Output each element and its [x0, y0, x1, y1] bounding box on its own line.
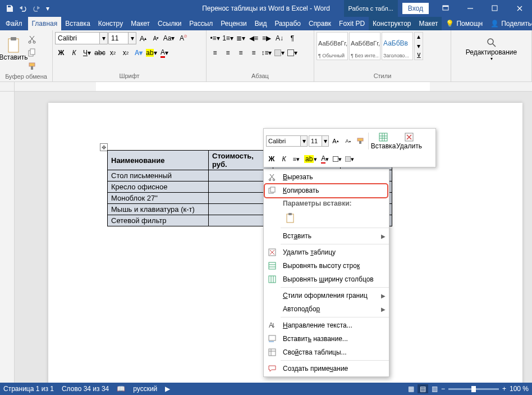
- styles-more-icon[interactable]: ⊻: [415, 51, 423, 60]
- paste-button[interactable]: Вставить: [2, 32, 25, 66]
- tab-insert[interactable]: Вставка: [61, 17, 94, 30]
- change-case-button[interactable]: Aa▾: [163, 32, 175, 44]
- status-page[interactable]: Страница 1 из 1: [3, 385, 54, 393]
- tab-review[interactable]: Рецензи: [217, 17, 250, 30]
- zoom-value[interactable]: 100 %: [510, 385, 529, 393]
- justify-button[interactable]: ≡: [247, 47, 260, 59]
- cut-button[interactable]: [26, 33, 38, 46]
- increase-indent-button[interactable]: ≡▶: [260, 32, 273, 44]
- mini-size-combo[interactable]: 11▾: [309, 135, 329, 147]
- menu-table-properties[interactable]: Свойства таблицы...: [264, 346, 389, 359]
- redo-icon[interactable]: [30, 2, 43, 15]
- view-print-icon[interactable]: ▤: [418, 384, 428, 393]
- underline-button[interactable]: Ч▾: [81, 47, 93, 59]
- mini-delete-button[interactable]: Удалить: [397, 131, 421, 151]
- save-icon[interactable]: [3, 2, 16, 15]
- qat-customize-icon[interactable]: ▾: [44, 2, 52, 15]
- multilevel-button[interactable]: ≣▾: [235, 32, 247, 44]
- paste-option-keep-source[interactable]: [283, 211, 297, 225]
- tab-references[interactable]: Ссылки: [154, 17, 185, 30]
- tab-developer[interactable]: Разрабо: [270, 17, 305, 30]
- styles-up-icon[interactable]: ▴: [415, 33, 423, 41]
- mini-font-combo[interactable]: Calibri▾: [266, 135, 308, 147]
- menu-text-direction[interactable]: AНаправление текста...: [264, 319, 389, 332]
- minimize-button[interactable]: [458, 0, 483, 17]
- font-name-combo[interactable]: Calibri▾: [55, 32, 108, 44]
- shrink-font-button[interactable]: A▾: [150, 32, 162, 44]
- mini-font-color[interactable]: A▾: [319, 153, 331, 165]
- menu-insert-caption[interactable]: Вставить название...: [264, 332, 389, 346]
- zoom-out-button[interactable]: −: [441, 385, 445, 393]
- subscript-button[interactable]: x2: [107, 47, 119, 59]
- align-left-button[interactable]: ≡: [209, 47, 221, 59]
- style-heading1[interactable]: АаБбВвЗаголово...: [382, 32, 413, 60]
- mini-format-painter[interactable]: [355, 135, 366, 147]
- tell-me[interactable]: 💡Помощн: [442, 17, 487, 30]
- zoom-in-button[interactable]: +: [502, 385, 506, 393]
- mini-italic[interactable]: К: [278, 153, 290, 165]
- menu-even-rows[interactable]: Выровнять высоту строк: [264, 259, 389, 273]
- mini-highlight[interactable]: ab▾: [303, 153, 318, 165]
- menu-border-styles[interactable]: Стили оформления границ▶: [264, 289, 389, 302]
- mini-bold[interactable]: Ж: [266, 153, 277, 165]
- mini-insert-button[interactable]: Вставка: [371, 131, 396, 151]
- zoom-slider[interactable]: [448, 388, 499, 390]
- clear-formatting-button[interactable]: A⊘: [176, 32, 188, 44]
- menu-new-comment[interactable]: Создать примечание: [264, 362, 389, 375]
- status-words[interactable]: Слово 34 из 34: [62, 385, 109, 393]
- editing-button[interactable]: Редактирование ▾: [466, 32, 517, 66]
- menu-paste[interactable]: Вставить▶: [264, 229, 389, 243]
- mini-shrink-font[interactable]: A▾: [342, 135, 354, 147]
- mini-grow-font[interactable]: A▴: [330, 135, 341, 147]
- shading-button[interactable]: ▾: [273, 47, 286, 59]
- menu-autofit[interactable]: Автоподбор▶: [264, 302, 389, 316]
- copy-button[interactable]: [26, 47, 38, 59]
- grow-font-button[interactable]: A▴: [137, 32, 149, 44]
- decrease-indent-button[interactable]: ◀≡: [247, 32, 260, 44]
- menu-copy[interactable]: Копировать: [264, 184, 389, 197]
- tab-table-design[interactable]: Конструктор: [369, 17, 415, 30]
- highlight-button[interactable]: ab▾: [145, 47, 158, 59]
- tab-foxit[interactable]: Foxit PD: [335, 17, 369, 30]
- mini-align[interactable]: ≡▾: [291, 153, 302, 165]
- menu-cut[interactable]: Вырезать: [264, 170, 389, 184]
- close-button[interactable]: [507, 0, 532, 17]
- status-language[interactable]: русский: [133, 385, 157, 393]
- tab-table-layout[interactable]: Макет: [415, 17, 442, 30]
- mini-border[interactable]: ▾: [332, 153, 343, 165]
- bold-button[interactable]: Ж: [55, 47, 67, 59]
- table-header[interactable]: Наименование: [108, 151, 209, 170]
- view-read-icon[interactable]: ▦: [408, 385, 414, 393]
- tab-design[interactable]: Констру: [94, 17, 127, 30]
- bullets-button[interactable]: •≡▾: [209, 32, 221, 44]
- style-normal[interactable]: АаБбВвГг,¶ Обычный: [317, 32, 348, 60]
- tab-view[interactable]: Вид: [251, 17, 271, 30]
- align-center-button[interactable]: ≡: [222, 47, 234, 59]
- ruler-horizontal[interactable]: [0, 82, 532, 92]
- sort-button[interactable]: A↓: [273, 32, 286, 44]
- share-button[interactable]: 👤Поделиться: [487, 17, 532, 30]
- tab-mailings[interactable]: Рассыл: [185, 17, 217, 30]
- font-color-button[interactable]: A▾: [158, 47, 171, 59]
- styles-down-icon[interactable]: ▾: [415, 42, 423, 51]
- italic-button[interactable]: К: [68, 47, 80, 59]
- tab-help[interactable]: Справк: [305, 17, 335, 30]
- superscript-button[interactable]: x2: [120, 47, 132, 59]
- menu-even-cols[interactable]: Выровнять ширину столбцов: [264, 273, 389, 286]
- numbering-button[interactable]: 1≡▾: [222, 32, 234, 44]
- ribbon-options-icon[interactable]: [433, 0, 458, 17]
- menu-delete-table[interactable]: Удалить таблицу: [264, 246, 389, 259]
- tab-file[interactable]: Файл: [0, 17, 28, 30]
- status-spellcheck-icon[interactable]: 📖: [117, 385, 125, 393]
- font-size-combo[interactable]: 11▾: [108, 32, 136, 44]
- show-marks-button[interactable]: ¶: [286, 32, 299, 44]
- mini-shading[interactable]: ▾: [344, 153, 355, 165]
- format-painter-button[interactable]: [26, 60, 38, 72]
- signin-button[interactable]: Вход: [402, 3, 429, 14]
- tab-home[interactable]: Главная: [28, 17, 62, 30]
- view-web-icon[interactable]: ▥: [432, 385, 438, 393]
- align-right-button[interactable]: ≡: [235, 47, 247, 59]
- borders-button[interactable]: ▾: [286, 47, 299, 59]
- strikethrough-button[interactable]: abc: [94, 47, 106, 59]
- text-effects-button[interactable]: A▾: [132, 47, 145, 59]
